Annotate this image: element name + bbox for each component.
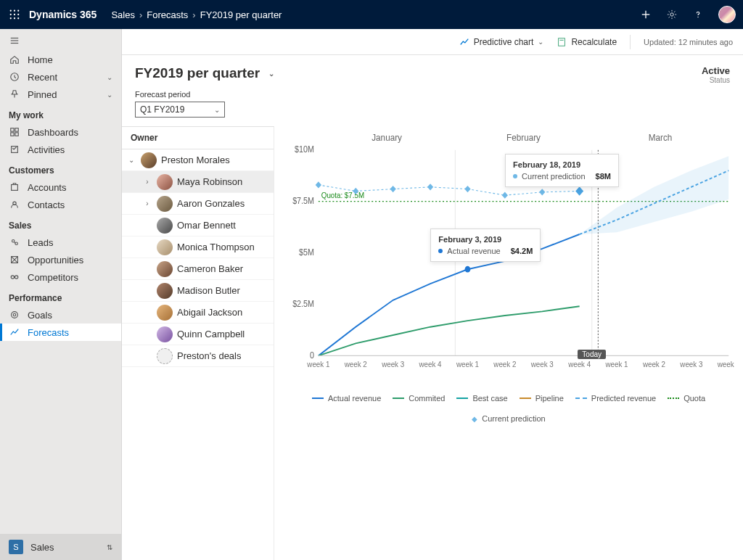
- owner-name-label: Maya Robinson: [177, 176, 242, 187]
- gear-icon[interactable]: [666, 9, 678, 20]
- breadcrumb-item[interactable]: Forecasts: [147, 9, 188, 20]
- avatar: [157, 218, 173, 234]
- svg-text:$10M: $10M: [295, 144, 314, 154]
- svg-line-53: [430, 187, 467, 189]
- svg-line-49: [356, 189, 393, 192]
- svg-point-11: [670, 13, 673, 16]
- owner-row[interactable]: ›Aaron Gonzales: [122, 193, 274, 215]
- owner-row[interactable]: Omar Bennett: [122, 215, 274, 236]
- separator: [630, 35, 631, 49]
- goals-icon: [9, 309, 20, 321]
- sidebar-group-performance: Performance: [0, 286, 121, 306]
- calculator-icon: [557, 37, 567, 47]
- hamburger-button[interactable]: [0, 30, 121, 51]
- home-icon: [9, 54, 20, 65]
- chart-legend: Actual revenueCommitedBest casePipelineP…: [282, 394, 736, 423]
- pin-icon: [9, 88, 20, 100]
- svg-line-47: [319, 185, 356, 192]
- owner-row[interactable]: Cameron Baker: [122, 258, 274, 280]
- breadcrumb-item[interactable]: FY2019 per quarter: [200, 9, 282, 20]
- owner-name-label: Quinn Campbell: [177, 329, 245, 339]
- svg-point-30: [13, 313, 16, 316]
- owner-row[interactable]: ⌄Preston Morales: [122, 149, 274, 171]
- chevron-right-icon[interactable]: ›: [142, 199, 152, 207]
- owner-row[interactable]: Quinn Campbell: [122, 324, 274, 345]
- owner-row[interactable]: Monica Thompson: [122, 236, 274, 258]
- svg-point-2: [17, 10, 19, 12]
- owner-row[interactable]: Madison Butler: [122, 280, 274, 302]
- sidebar-item-goals[interactable]: Goals: [0, 306, 121, 324]
- sidebar-item-home[interactable]: Home: [0, 51, 121, 68]
- svg-line-59: [542, 191, 579, 192]
- svg-text:0: 0: [310, 350, 314, 360]
- owner-name-label: Omar Bennett: [177, 220, 236, 231]
- help-icon[interactable]: [692, 9, 704, 20]
- forecast-chart: JanuaryFebruaryMarch0$2.5M$5M$7.5M$10MQu…: [282, 126, 736, 387]
- area-switcher[interactable]: S Sales ⇅: [0, 534, 121, 560]
- sidebar-item-accounts[interactable]: Accounts: [0, 178, 121, 196]
- sidebar-item-forecasts[interactable]: Forecasts: [0, 324, 121, 341]
- svg-point-61: [465, 266, 471, 273]
- sidebar-item-dashboards[interactable]: Dashboards: [0, 123, 121, 141]
- updated-timestamp: Updated: 12 minutes ago: [644, 38, 733, 46]
- chevron-right-icon[interactable]: ›: [142, 178, 152, 186]
- forecasts-icon: [9, 326, 20, 338]
- svg-text:January: January: [372, 132, 402, 143]
- competitors-icon: [9, 271, 20, 283]
- user-avatar[interactable]: [718, 6, 736, 23]
- breadcrumb-sep: ›: [192, 9, 195, 20]
- record-status: Active Status: [702, 65, 730, 84]
- chevron-down-icon[interactable]: ⌄: [268, 70, 274, 78]
- owner-row[interactable]: Preston's deals: [122, 345, 274, 367]
- owner-row[interactable]: Abigail Jackson: [122, 302, 274, 324]
- svg-point-7: [14, 17, 15, 19]
- forecast-period-select[interactable]: Q1 FY2019 ⌄: [135, 102, 225, 118]
- svg-rect-62: [575, 186, 583, 195]
- svg-point-4: [14, 14, 15, 15]
- sidebar-group-my-work: My work: [0, 103, 121, 123]
- owner-row[interactable]: ›Maya Robinson: [122, 171, 274, 193]
- sidebar-item-competitors[interactable]: Competitors: [0, 268, 121, 286]
- chevron-down-icon[interactable]: ⌄: [126, 156, 136, 164]
- svg-text:week 1: week 1: [306, 360, 329, 368]
- breadcrumb: Sales › Forecasts › FY2019 per quarter: [111, 9, 282, 20]
- legend-item: Commited: [393, 394, 445, 403]
- svg-rect-21: [12, 147, 18, 153]
- sidebar-item-opportunities[interactable]: Opportunities: [0, 251, 121, 268]
- plus-icon[interactable]: [640, 9, 652, 20]
- svg-point-29: [12, 312, 18, 318]
- avatar: [157, 326, 173, 342]
- app-launcher-icon[interactable]: [7, 7, 22, 22]
- svg-rect-18: [15, 128, 18, 131]
- owner-name-label: Madison Butler: [177, 285, 240, 296]
- svg-line-57: [505, 192, 542, 195]
- sidebar-item-leads[interactable]: Leads: [0, 234, 121, 251]
- line-chart-icon: [459, 37, 469, 47]
- avatar: [141, 152, 157, 168]
- svg-point-1: [14, 10, 15, 12]
- sidebar-item-pinned[interactable]: Pinned⌄: [0, 86, 121, 103]
- svg-rect-22: [12, 185, 18, 191]
- updown-icon: ⇅: [107, 543, 112, 551]
- owner-name-label: Preston Morales: [161, 155, 230, 165]
- svg-rect-20: [15, 133, 18, 136]
- svg-text:week 4: week 4: [419, 360, 442, 368]
- recalculate-button[interactable]: Recalculate: [557, 37, 617, 47]
- forecast-period-field: Forecast period Q1 FY2019 ⌄: [122, 90, 743, 126]
- content-area: Predictive chart ⌄ Recalculate Updated: …: [122, 29, 743, 560]
- sidebar-group-sales: Sales: [0, 213, 121, 234]
- sidebar-item-activities[interactable]: Activities: [0, 141, 121, 158]
- predictive-chart-button[interactable]: Predictive chart ⌄: [459, 37, 544, 47]
- svg-text:week 4: week 4: [717, 360, 736, 368]
- sidebar-item-contacts[interactable]: Contacts: [0, 196, 121, 213]
- owner-name-label: Aaron Gonzales: [177, 198, 245, 209]
- contacts-icon: [9, 199, 20, 210]
- svg-point-6: [10, 17, 12, 19]
- legend-item: Quota: [668, 394, 705, 403]
- sidebar-item-recent[interactable]: Recent⌄: [0, 68, 121, 86]
- svg-text:February: February: [506, 132, 541, 143]
- page-header: FY2019 per quarter ⌄ Active Status: [122, 55, 743, 90]
- brand-label: Dynamics 365: [29, 9, 97, 20]
- breadcrumb-item[interactable]: Sales: [111, 9, 135, 20]
- breadcrumb-sep: ›: [139, 9, 142, 20]
